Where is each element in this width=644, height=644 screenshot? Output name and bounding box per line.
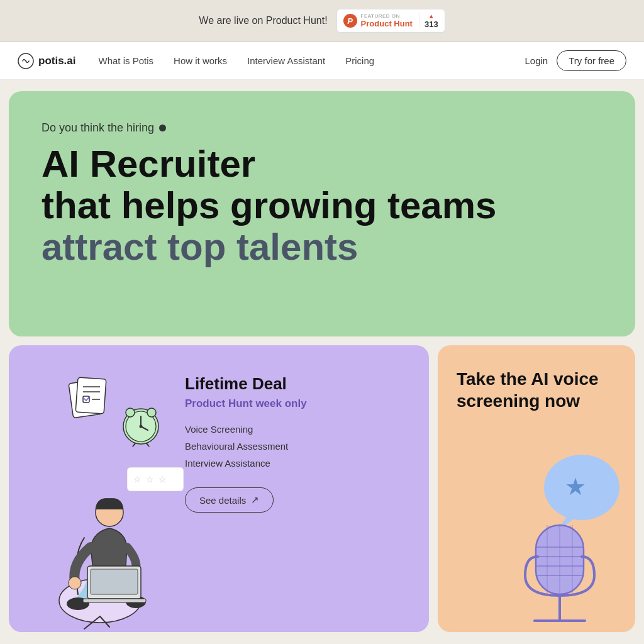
card-text-content: Lifetime Deal Product Hunt week only Voi… xyxy=(185,368,404,632)
see-details-label: See details xyxy=(199,495,246,506)
nav-interview-assistant[interactable]: Interview Assistant xyxy=(247,55,325,66)
voice-screening-card: Take the AI voice screening now ★ xyxy=(438,345,635,632)
hero-subtitle: Do you think the hiring xyxy=(42,121,602,135)
banner-text: We are live on Product Hunt! xyxy=(199,15,327,26)
logo[interactable]: potis.ai xyxy=(18,53,76,69)
announcement-banner: We are live on Product Hunt! P FEATURED … xyxy=(0,0,644,42)
svg-point-26 xyxy=(69,577,81,589)
feature-voice-screening: Voice Screening xyxy=(185,424,404,435)
hero-section: Do you think the hiring AI Recruiter tha… xyxy=(9,91,635,336)
hero-title: AI Recruiter that helps growing teams at… xyxy=(42,143,602,268)
svg-point-13 xyxy=(147,408,156,417)
ph-badge-text: FEATURED ON Product Hunt xyxy=(361,13,413,28)
hero-title-line2: that helps growing teams xyxy=(42,185,602,226)
card-left-content: ☆ ☆ ☆ xyxy=(34,368,404,632)
see-details-arrow-icon: ↗ xyxy=(251,494,259,506)
nav-actions: Login Try for free xyxy=(525,50,627,71)
svg-text:★: ★ xyxy=(565,474,586,500)
svg-point-11 xyxy=(140,425,143,428)
logo-text: potis.ai xyxy=(38,55,76,67)
see-details-button[interactable]: See details ↗ xyxy=(185,487,274,513)
potis-logo-icon xyxy=(18,53,34,69)
person-laptop-illustration xyxy=(28,443,172,632)
svg-point-12 xyxy=(126,408,135,417)
bullet-dot xyxy=(159,125,166,131)
ph-number: 313 xyxy=(425,19,438,29)
papers-icon xyxy=(65,374,116,425)
lifetime-deal-title: Lifetime Deal xyxy=(185,374,404,394)
nav-links: What is Potis How it works Interview Ass… xyxy=(99,55,525,66)
cards-row: ☆ ☆ ☆ xyxy=(9,345,635,641)
ph-featured-label: FEATURED ON xyxy=(361,13,400,19)
nav-pricing[interactable]: Pricing xyxy=(345,55,374,66)
microphone-illustration: ★ xyxy=(491,443,629,632)
nav-what-is-potis[interactable]: What is Potis xyxy=(99,55,154,66)
ph-product-hunt-label: Product Hunt xyxy=(361,19,413,28)
ph-logo-icon: P xyxy=(343,14,357,28)
ph-count: ▲ 313 xyxy=(419,13,438,29)
lifetime-deal-card: ☆ ☆ ☆ xyxy=(9,345,429,632)
login-button[interactable]: Login xyxy=(525,55,548,66)
voice-screening-title: Take the AI voice screening now xyxy=(457,368,616,412)
nav-how-it-works[interactable]: How it works xyxy=(174,55,227,66)
ph-arrow-icon: ▲ xyxy=(428,13,435,19)
hero-title-line1: AI Recruiter xyxy=(42,143,602,185)
feature-behavioural: Behavioural Assessment xyxy=(185,441,404,452)
product-hunt-badge[interactable]: P FEATURED ON Product Hunt ▲ 313 xyxy=(336,9,445,33)
svg-rect-29 xyxy=(83,599,146,602)
navbar: potis.ai What is Potis How it works Inte… xyxy=(0,42,644,80)
feature-interview-assistance: Interview Assistance xyxy=(185,458,404,469)
hero-title-line3: attract top talents xyxy=(42,226,602,268)
lifetime-deal-subtitle: Product Hunt week only xyxy=(185,397,404,410)
clock-icon xyxy=(119,402,163,447)
try-for-free-button[interactable]: Try for free xyxy=(557,50,626,71)
svg-rect-2 xyxy=(75,377,106,414)
svg-rect-28 xyxy=(91,569,138,594)
card-illustration: ☆ ☆ ☆ xyxy=(34,368,172,632)
